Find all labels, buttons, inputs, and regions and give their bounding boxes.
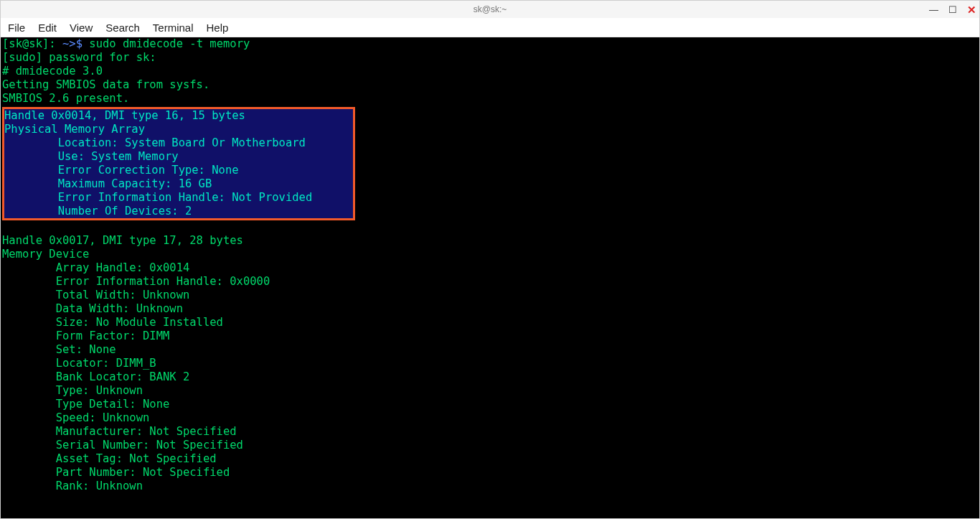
prompt-sep: : [49, 37, 62, 50]
minimize-button[interactable]: — [929, 5, 938, 14]
menu-search[interactable]: Search [105, 22, 140, 34]
menu-terminal[interactable]: Terminal [153, 22, 194, 34]
prompt-line: [sk@sk]: ~>$ sudo dmidecode -t memory [2, 37, 978, 51]
prompt-path: ~>$ [62, 37, 89, 50]
window-controls: — ☐ ✕ [929, 1, 976, 18]
terminal-area[interactable]: [sk@sk]: ~>$ sudo dmidecode -t memory [s… [1, 37, 979, 518]
maximize-button[interactable]: ☐ [948, 5, 957, 14]
terminal-scroll[interactable]: [sk@sk]: ~>$ sudo dmidecode -t memory [s… [1, 37, 979, 518]
titlebar: sk@sk:~ — ☐ ✕ [1, 1, 979, 18]
menu-view[interactable]: View [70, 22, 93, 34]
menu-help[interactable]: Help [207, 22, 229, 34]
window-title: sk@sk:~ [473, 4, 507, 14]
menubar: File Edit View Search Terminal Help [1, 18, 979, 37]
menu-edit[interactable]: Edit [38, 22, 57, 34]
close-button[interactable]: ✕ [967, 4, 976, 15]
output-body: Handle 0x0017, DMI type 17, 28 bytes Mem… [2, 220, 978, 493]
output-preamble: [sudo] password for sk: # dmidecode 3.0 … [2, 51, 978, 106]
command-text: sudo dmidecode -t memory [89, 37, 250, 50]
highlighted-text: Handle 0x0014, DMI type 16, 15 bytes Phy… [4, 109, 312, 218]
highlighted-block: Handle 0x0014, DMI type 16, 15 bytes Phy… [2, 107, 355, 220]
terminal-window: sk@sk:~ — ☐ ✕ File Edit View Search Term… [0, 0, 980, 519]
prompt-userhost: [sk@sk] [2, 37, 49, 50]
menu-file[interactable]: File [8, 22, 25, 34]
